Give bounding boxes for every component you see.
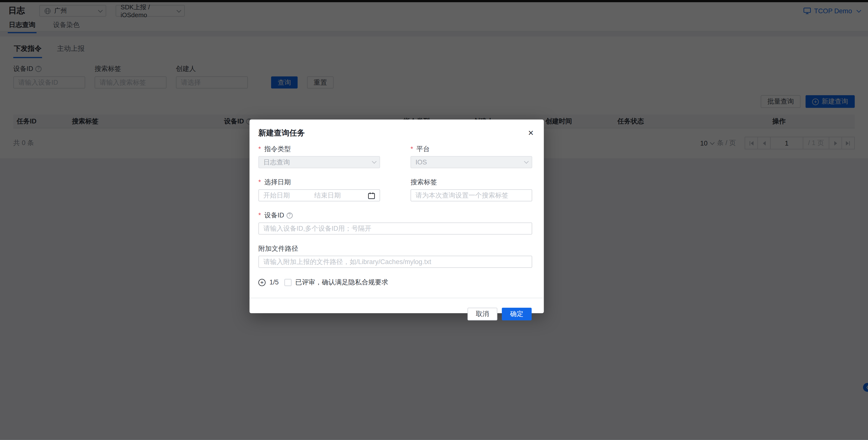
label-text: 搜索标签 — [410, 177, 437, 187]
modal-header: 新建查询任务 ✕ — [249, 119, 544, 138]
start-date-placeholder[interactable]: 开始日期 — [263, 191, 314, 200]
path-counter: 1/5 — [269, 278, 279, 286]
field-platform: * 平台 IOS — [410, 145, 532, 168]
file-path-input[interactable] — [258, 256, 532, 268]
privacy-checkbox[interactable] — [284, 278, 291, 286]
select-value: 日志查询 — [263, 157, 290, 167]
required-mark: * — [258, 211, 261, 219]
cancel-button[interactable]: 取消 — [467, 308, 497, 321]
close-icon[interactable]: ✕ — [527, 128, 535, 138]
modal-title: 新建查询任务 — [258, 128, 305, 138]
stage: 日志 广州 SDK上报 / iOSdemo — [0, 0, 868, 440]
confirm-button[interactable]: 确定 — [502, 308, 532, 321]
field-command-type: * 指令类型 日志查询 — [258, 145, 380, 168]
label-text: 设备ID — [264, 210, 284, 220]
modal-device-id-input[interactable] — [258, 223, 532, 235]
command-type-select[interactable]: 日志查询 — [258, 156, 380, 168]
date-range-picker[interactable]: 开始日期 结束日期 — [258, 189, 380, 202]
platform-select[interactable]: IOS — [410, 156, 532, 168]
required-mark: * — [410, 145, 413, 153]
end-date-placeholder[interactable]: 结束日期 — [314, 191, 368, 200]
field-date-range: * 选择日期 开始日期 结束日期 — [258, 178, 380, 202]
new-query-modal: 新建查询任务 ✕ * 指令类型 日志查询 * — [249, 119, 544, 313]
modal-footer: 取消 确定 — [249, 298, 544, 330]
privacy-label: 已评审，确认满足隐私合规要求 — [295, 277, 388, 287]
help-icon[interactable]: ? — [286, 212, 292, 218]
add-path-icon[interactable]: + — [258, 278, 266, 286]
field-file-path: 附加文件路径 — [258, 245, 532, 268]
label-text: 指令类型 — [264, 144, 291, 153]
modal-body: * 指令类型 日志查询 * 平台 IOS — [249, 138, 544, 287]
path-counter-row: + 1/5 已评审，确认满足隐私合规要求 — [258, 278, 532, 287]
label-text: 选择日期 — [264, 177, 291, 187]
modal-search-tag-input[interactable] — [410, 189, 532, 202]
label-text: 附加文件路径 — [258, 244, 298, 253]
field-search-tag: 搜索标签 — [410, 178, 532, 202]
field-device-id: * 设备ID ? — [258, 211, 532, 235]
chevron-down-icon — [524, 159, 529, 164]
required-mark: * — [258, 145, 261, 153]
chevron-down-icon — [372, 159, 377, 164]
calendar-icon — [368, 192, 375, 199]
label-text: 平台 — [416, 144, 430, 153]
select-value: IOS — [415, 158, 427, 166]
required-mark: * — [258, 178, 261, 186]
